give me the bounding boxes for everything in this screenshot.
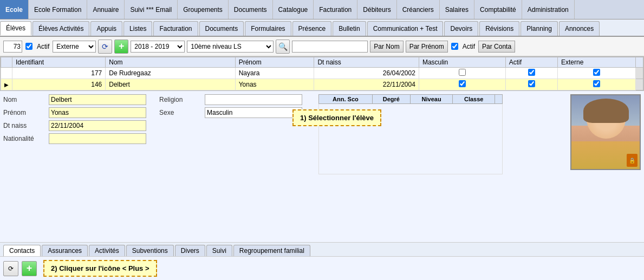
second-tab-bar: ÉlèvesÉlèves ActivitésAppuisListesFactur… xyxy=(0,19,644,37)
top-menu-item-suivi-***-email[interactable]: Suivi *** Email xyxy=(125,0,178,19)
actif-checkbox[interactable] xyxy=(25,43,32,50)
refresh-button[interactable]: ⟳ xyxy=(98,40,112,54)
tab-annonces[interactable]: Annonces xyxy=(559,21,600,36)
sco-scroll-header xyxy=(495,95,503,104)
masculin-header: Masculin xyxy=(419,57,505,68)
actif-check[interactable] xyxy=(528,69,535,76)
bottom-tab-suivi[interactable]: Suivi xyxy=(206,245,232,256)
tab-communication--test[interactable]: Communication + Test xyxy=(367,21,444,36)
tab-bulletin[interactable]: Bulletin xyxy=(333,21,366,36)
students-table: Identifiant Nom Prénom Dt naiss Masculin… xyxy=(1,57,643,90)
arrow-col-header xyxy=(1,57,12,68)
top-menu-item-comptabilité[interactable]: Comptabilité xyxy=(474,0,522,19)
masculin-check[interactable] xyxy=(459,69,466,76)
top-menu-item-groupements[interactable]: Groupements xyxy=(178,0,229,19)
nationalite-label: Nationalité xyxy=(3,135,47,142)
actif-check[interactable] xyxy=(528,80,535,87)
sco-header-row: Ann. Sco Degré Niveau Classe xyxy=(319,95,503,104)
row-dtnaiss: 26/04/2002 xyxy=(314,68,419,79)
top-menu-item-ecole-formation[interactable]: Ecole Formation xyxy=(29,0,87,19)
top-menu-item-annuaire[interactable]: Annuaire xyxy=(87,0,125,19)
tab-élèves[interactable]: Élèves xyxy=(0,21,31,36)
row-masculin xyxy=(419,79,505,90)
externe-check[interactable] xyxy=(593,69,600,76)
lock-icon: 🔒 xyxy=(627,154,638,167)
actif-header: Actif xyxy=(505,57,557,68)
tab-planning[interactable]: Planning xyxy=(521,21,558,36)
row-id: 146 xyxy=(12,79,106,90)
row-masculin xyxy=(419,68,505,79)
tab-présence[interactable]: Présence xyxy=(292,21,332,36)
row-prenom: Yonas xyxy=(235,79,314,90)
detail-photo-area: 🔒 xyxy=(508,94,641,239)
row-actif xyxy=(505,68,557,79)
top-menu-bar: EcoleEcole FormationAnnuaireSuivi *** Em… xyxy=(0,0,644,19)
photo-hair xyxy=(583,99,629,123)
top-menu-item-catalogue[interactable]: Catalogue xyxy=(273,0,314,19)
tab-révisions[interactable]: Révisions xyxy=(479,21,519,36)
top-menu-item-débiteurs[interactable]: Débiteurs xyxy=(357,0,396,19)
bottom-tab-activités[interactable]: Activités xyxy=(89,245,125,256)
row-externe xyxy=(557,68,635,79)
top-menu-item-créanciers[interactable]: Créanciers xyxy=(397,0,440,19)
bottom-tab-subventions[interactable]: Subventions xyxy=(126,245,174,256)
dtnaiss-input[interactable] xyxy=(49,120,146,131)
prenom-input[interactable] xyxy=(49,107,146,118)
top-menu-item-facturation[interactable]: Facturation xyxy=(314,0,357,19)
religion-input[interactable] xyxy=(205,94,302,105)
nationalite-input[interactable] xyxy=(49,133,146,144)
dtnaiss-label: Dt naiss xyxy=(3,122,47,129)
count-input[interactable] xyxy=(3,41,22,53)
row-scroll xyxy=(636,68,643,79)
detail-form-container: Nom Religion Prénom Sexe Dt naiss Nation… xyxy=(3,94,313,239)
tab-élèves-activités[interactable]: Élèves Activités xyxy=(32,21,89,36)
tab-appuis[interactable]: Appuis xyxy=(90,21,122,36)
action-refresh-button[interactable]: ⟳ xyxy=(3,261,18,276)
table-row[interactable]: 177 De Rudregaaz Nayara 26/04/2002 xyxy=(1,68,643,79)
sexe-input[interactable] xyxy=(205,107,302,118)
row-arrow xyxy=(1,68,12,79)
search-input[interactable] xyxy=(292,41,368,53)
dtnaiss-header: Dt naiss xyxy=(314,57,419,68)
bottom-tab-contacts[interactable]: Contacts xyxy=(3,245,41,256)
actif-label: Actif xyxy=(37,43,49,50)
niveau-header: Niveau xyxy=(410,95,453,104)
binoculars-button[interactable]: 🔍 xyxy=(276,40,290,54)
level-select[interactable]: 10ème niveau LS xyxy=(187,41,274,53)
bottom-tabs: ContactsAssurancesActivitésSubventionsDi… xyxy=(0,242,644,256)
tab-listes[interactable]: Listes xyxy=(123,21,152,36)
par-conta-button[interactable]: Par Conta xyxy=(478,41,515,53)
masculin-check[interactable] xyxy=(459,80,466,87)
tab-facturation[interactable]: Facturation xyxy=(153,21,198,36)
par-nom-button[interactable]: Par Nom xyxy=(370,41,403,53)
action-bar: ⟳ + 2) Cliquer sur l'icône < Plus > xyxy=(0,256,644,280)
nom-input[interactable] xyxy=(49,94,146,105)
table-header-row: Identifiant Nom Prénom Dt naiss Masculin… xyxy=(1,57,643,68)
externe-select[interactable]: Externe xyxy=(53,41,96,53)
toolbar: Actif Externe ⟳ + 2018 - 2019 10ème nive… xyxy=(0,37,644,56)
add-button[interactable]: + xyxy=(114,40,128,54)
bottom-tab-assurances[interactable]: Assurances xyxy=(42,245,88,256)
row-scroll xyxy=(636,79,643,90)
tab-formulaires[interactable]: Formulaires xyxy=(245,21,291,36)
bottom-tab-regroupement-familial[interactable]: Regroupement familial xyxy=(233,245,310,256)
table-row[interactable]: ▶ 146 Delbert Yonas 22/11/2004 xyxy=(1,79,643,90)
tab-devoirs[interactable]: Devoirs xyxy=(444,21,478,36)
action-add-button[interactable]: + xyxy=(22,261,37,276)
top-menu-item-administration[interactable]: Administration xyxy=(522,0,575,19)
par-prenom-button[interactable]: Par Prénom xyxy=(406,41,448,53)
scrollbar-header xyxy=(636,57,643,68)
bottom-tab-divers[interactable]: Divers xyxy=(175,245,205,256)
row-actif xyxy=(505,79,557,90)
top-menu-item-salaires[interactable]: Salaires xyxy=(440,0,474,19)
top-menu-item-documents[interactable]: Documents xyxy=(229,0,273,19)
top-menu-item-ecole[interactable]: Ecole xyxy=(0,0,29,19)
externe-check[interactable] xyxy=(593,80,600,87)
year-select[interactable]: 2018 - 2019 xyxy=(131,41,185,53)
tab-documents[interactable]: Documents xyxy=(199,21,244,36)
degre-header: Degré xyxy=(372,95,410,104)
actif-filter-checkbox[interactable] xyxy=(451,43,458,50)
row-prenom: Nayara xyxy=(235,68,314,79)
religion-label: Religion xyxy=(159,96,203,103)
photo-box: 🔒 xyxy=(570,94,641,170)
